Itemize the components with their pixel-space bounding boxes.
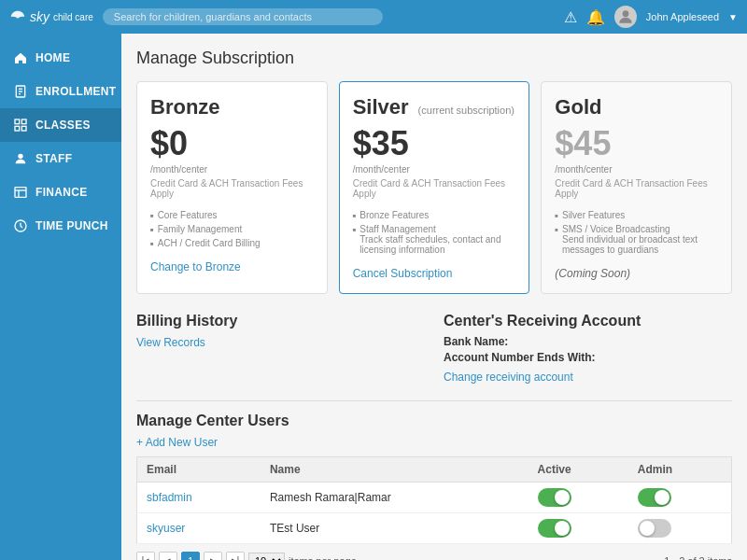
- gold-features: Silver Features SMS / Voice Broadcasting…: [555, 208, 718, 257]
- gold-card: Gold $45 /month/center Credit Card & ACH…: [541, 81, 732, 294]
- gold-feature-1: Silver Features: [555, 208, 718, 222]
- silver-current-label: (current subscription): [418, 105, 514, 116]
- user-email-2[interactable]: skyuser: [137, 512, 261, 543]
- sidebar-item-time-punch[interactable]: Time Punch: [0, 209, 121, 243]
- sidebar-label-classes: Classes: [35, 119, 91, 132]
- search-input[interactable]: [103, 8, 383, 25]
- change-receiving-account-link[interactable]: Change receiving account: [444, 371, 573, 384]
- svg-rect-8: [21, 126, 26, 131]
- separator-1: [136, 400, 732, 401]
- bronze-feature-2: Family Management: [150, 222, 314, 236]
- receiving-title: Center's Receiving Account: [444, 313, 732, 329]
- main-layout: Home Enrollment Classes Staff Finance Ti…: [0, 34, 747, 560]
- silver-card: Silver (current subscription) $35 /month…: [339, 81, 530, 294]
- user-admin-toggle-2[interactable]: [628, 512, 732, 543]
- silver-feature-2: Staff Management Track staff schedules, …: [353, 222, 516, 257]
- avatar[interactable]: [614, 6, 637, 28]
- col-email: Email: [137, 456, 261, 482]
- bronze-price-period: /month/center: [150, 164, 314, 175]
- users-table: Email Name Active Admin sbfadmin Ramesh …: [136, 456, 732, 544]
- svg-rect-10: [15, 188, 26, 198]
- manage-users-title: Manage Center Users: [136, 413, 732, 429]
- svg-point-9: [18, 154, 22, 159]
- toggle-active-2[interactable]: [538, 519, 571, 538]
- sidebar-label-staff: Staff: [35, 152, 72, 165]
- time-punch-icon: [13, 218, 28, 233]
- svg-rect-7: [15, 126, 20, 131]
- billing-title: Billing History: [136, 313, 425, 329]
- silver-features: Bronze Features Staff Management Track s…: [353, 208, 516, 257]
- bronze-fee: Credit Card & ACH Transaction Fees Apply: [150, 178, 314, 199]
- sidebar-item-home[interactable]: Home: [0, 41, 121, 75]
- silver-price: $35: [353, 125, 516, 162]
- billing-receiving-section: Billing History View Records Center's Re…: [136, 313, 732, 384]
- col-admin: Admin: [628, 456, 732, 482]
- page-last-btn[interactable]: ▸|: [226, 552, 245, 560]
- topbar: sky child care ⚠ 🔔 John Appleseed ▼: [0, 0, 747, 34]
- bronze-card-title: Bronze: [150, 95, 220, 119]
- items-per-page-label: items per page: [289, 555, 357, 560]
- silver-action-link[interactable]: Cancel Subscription: [353, 267, 453, 280]
- col-active: Active: [529, 456, 628, 482]
- user-active-toggle-1[interactable]: [529, 482, 628, 512]
- gold-feature-2-detail: Send individual or broadcast text messag…: [562, 234, 718, 255]
- silver-card-title: Silver: [353, 95, 409, 119]
- sidebar-item-finance[interactable]: Finance: [0, 175, 121, 209]
- bell-icon[interactable]: 🔔: [586, 8, 605, 26]
- topbar-actions: ⚠ 🔔 John Appleseed ▼: [564, 6, 738, 28]
- sidebar: Home Enrollment Classes Staff Finance Ti…: [0, 34, 121, 560]
- toggle-admin-1[interactable]: [638, 488, 671, 507]
- user-admin-toggle-1[interactable]: [628, 482, 732, 512]
- manage-users-section: Manage Center Users Add New User Email N…: [136, 413, 732, 560]
- table-row: skyuser TEst User: [137, 512, 732, 543]
- logo-brand: sky: [30, 9, 49, 24]
- username-label: John Appleseed: [646, 11, 719, 22]
- user-name-2: TEst User: [261, 512, 529, 543]
- add-new-user-link[interactable]: Add New User: [136, 436, 218, 449]
- main-content: Manage Subscription Bronze $0 /month/cen…: [121, 34, 747, 560]
- subscription-cards: Bronze $0 /month/center Credit Card & AC…: [136, 81, 732, 294]
- bronze-features: Core Features Family Management ACH / Cr…: [150, 208, 314, 250]
- page-next-btn[interactable]: ▸: [204, 552, 222, 560]
- toggle-admin-2[interactable]: [638, 519, 671, 538]
- sidebar-item-enrollment[interactable]: Enrollment: [0, 75, 121, 108]
- silver-fee: Credit Card & ACH Transaction Fees Apply: [353, 178, 516, 199]
- gold-card-title: Gold: [555, 95, 601, 119]
- svg-rect-5: [15, 119, 20, 124]
- sidebar-item-classes[interactable]: Classes: [0, 108, 121, 142]
- classes-icon: [13, 118, 28, 133]
- bronze-feature-3: ACH / Credit Card Billing: [150, 236, 314, 250]
- gold-feature-2: SMS / Voice Broadcasting Send individual…: [555, 222, 718, 257]
- sidebar-label-finance: Finance: [35, 186, 87, 199]
- user-active-toggle-2[interactable]: [529, 512, 628, 543]
- gold-price-period: /month/center: [555, 164, 718, 175]
- page-1-btn[interactable]: 1: [181, 552, 200, 560]
- gold-coming-soon-label: (Coming Soon): [555, 267, 630, 280]
- toggle-active-1[interactable]: [538, 488, 571, 507]
- items-per-page-select[interactable]: 10 25 50: [248, 553, 285, 560]
- receiving-bank-name: Bank Name:: [444, 335, 732, 348]
- svg-point-0: [622, 10, 628, 17]
- svg-rect-6: [21, 119, 26, 124]
- table-row: sbfadmin Ramesh Ramara|Ramar: [137, 482, 732, 512]
- col-name: Name: [261, 456, 529, 482]
- silver-price-period: /month/center: [353, 164, 516, 175]
- page-prev-btn[interactable]: ◂: [159, 552, 177, 560]
- alert-icon[interactable]: ⚠: [564, 8, 577, 26]
- bronze-price: $0: [150, 125, 314, 162]
- bronze-action-link[interactable]: Change to Bronze: [150, 260, 241, 273]
- billing-history: Billing History View Records: [136, 313, 425, 384]
- bronze-feature-1: Core Features: [150, 208, 314, 222]
- page-title: Manage Subscription: [136, 49, 732, 68]
- pagination: |◂ ◂ 1 ▸ ▸| 10 25 50 items per page 1 - …: [136, 552, 732, 560]
- page-first-btn[interactable]: |◂: [136, 552, 155, 560]
- silver-feature-1: Bronze Features: [353, 208, 516, 222]
- logo-bird-icon: [9, 8, 26, 25]
- receiving-account: Center's Receiving Account Bank Name: Ac…: [444, 313, 732, 384]
- home-icon: [13, 50, 28, 65]
- user-email-1[interactable]: sbfadmin: [137, 482, 261, 512]
- gold-fee: Credit Card & ACH Transaction Fees Apply: [555, 178, 718, 199]
- billing-view-records-link[interactable]: View Records: [136, 336, 205, 349]
- sidebar-item-staff[interactable]: Staff: [0, 142, 121, 175]
- logo-product: child care: [53, 12, 93, 22]
